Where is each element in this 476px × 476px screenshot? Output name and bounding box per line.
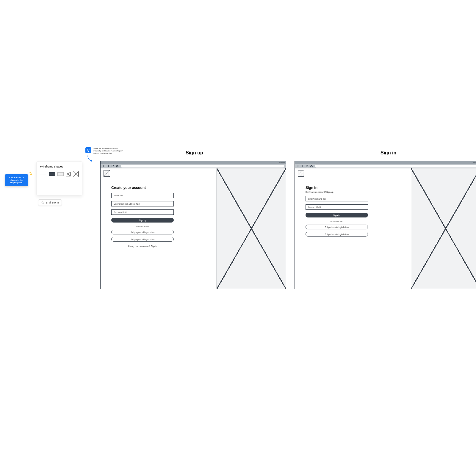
- signup-form: Create your account Name field Username/…: [101, 168, 217, 289]
- signin-form-title: Sign in: [306, 186, 400, 190]
- signin-browser: Sign in Don't have an account? Sign up E…: [295, 161, 476, 289]
- wireframe-button-icon[interactable]: [49, 172, 55, 176]
- window-dot-icon: [283, 162, 285, 163]
- browser-navbar: [101, 164, 286, 168]
- spark-icon: [29, 170, 35, 176]
- url-bar[interactable]: [121, 165, 284, 167]
- hero-image-placeholder-icon: [411, 168, 476, 289]
- social-login-button[interactable]: 3rd party/social login button: [111, 237, 174, 242]
- wireframe-shapes-row: [40, 171, 79, 177]
- sparkle-icon: [41, 201, 44, 204]
- signup-heading: Sign up: [186, 150, 203, 156]
- back-icon[interactable]: [102, 165, 105, 168]
- forward-icon[interactable]: [301, 165, 304, 168]
- sticky-note-text: Check out all UI shapes in the shapes pa…: [7, 176, 26, 184]
- lightbulb-icon: [85, 147, 91, 153]
- wireframe-image-large-icon[interactable]: [73, 171, 79, 177]
- signin-link[interactable]: Sign in: [151, 245, 157, 247]
- svg-line-2: [30, 173, 31, 173]
- password-field[interactable]: Password field: [111, 209, 174, 215]
- browser-tabbar: [295, 161, 476, 164]
- signup-button[interactable]: Sign up: [111, 218, 174, 223]
- tip-arrow-icon: [86, 154, 95, 163]
- signup-browser: Create your account Name field Username/…: [100, 161, 286, 289]
- signin-heading: Sign in: [381, 150, 396, 156]
- svg-line-1: [32, 174, 32, 175]
- svg-line-0: [30, 174, 31, 175]
- signup-divider: or continue with: [111, 226, 174, 227]
- home-icon[interactable]: [115, 165, 119, 168]
- logo-placeholder-icon: [298, 170, 304, 177]
- signin-sub: Don't have an account? Sign up: [306, 191, 400, 193]
- signin-button[interactable]: Sign in: [306, 213, 368, 217]
- tip-text: Check out more Mockup and UI shapes by c…: [93, 147, 124, 154]
- password-field[interactable]: Password field: [306, 204, 368, 210]
- wireframe-input-icon[interactable]: [57, 172, 64, 176]
- window-dot-icon: [473, 162, 475, 163]
- refresh-icon[interactable]: [111, 165, 114, 168]
- signin-divider: or continue with: [306, 220, 368, 222]
- wireframe-shapes-card: Wireframe shapes: [36, 161, 82, 195]
- brainstorm-button[interactable]: Brainstorm: [38, 199, 62, 206]
- window-dot-icon: [279, 162, 281, 163]
- signup-footer: Already have an account? Sign in: [111, 245, 174, 247]
- signup-link[interactable]: Sign up: [326, 191, 333, 193]
- browser-navbar: [295, 164, 476, 168]
- social-login-button[interactable]: 3rd party/social login button: [306, 225, 368, 229]
- username-field[interactable]: Email/username field: [306, 196, 368, 201]
- wireframe-image-icon[interactable]: [66, 172, 71, 176]
- tip-callout: Check out more Mockup and UI shapes by c…: [85, 147, 124, 154]
- home-icon[interactable]: [310, 165, 313, 168]
- sticky-note[interactable]: Check out all UI shapes in the shapes pa…: [5, 174, 28, 186]
- url-bar[interactable]: [315, 165, 476, 167]
- hero-image-placeholder-icon: [217, 168, 286, 289]
- username-field[interactable]: Username/email address field: [111, 201, 174, 206]
- forward-icon[interactable]: [107, 165, 110, 168]
- logo-placeholder-icon: [104, 170, 110, 177]
- name-field[interactable]: Name field: [111, 193, 174, 198]
- signin-form: Sign in Don't have an account? Sign up E…: [295, 168, 411, 289]
- wireframe-text-lines-icon[interactable]: [40, 172, 46, 176]
- wireframe-shapes-title: Wireframe shapes: [40, 165, 79, 168]
- refresh-icon[interactable]: [305, 165, 309, 168]
- signup-form-title: Create your account: [111, 186, 206, 190]
- window-dot-icon: [281, 162, 283, 163]
- social-login-button[interactable]: 3rd party/social login button: [306, 232, 368, 237]
- social-login-button[interactable]: 3rd party/social login button: [111, 230, 174, 234]
- brainstorm-label: Brainstorm: [46, 201, 59, 204]
- back-icon[interactable]: [296, 165, 300, 168]
- browser-tabbar: [101, 161, 286, 164]
